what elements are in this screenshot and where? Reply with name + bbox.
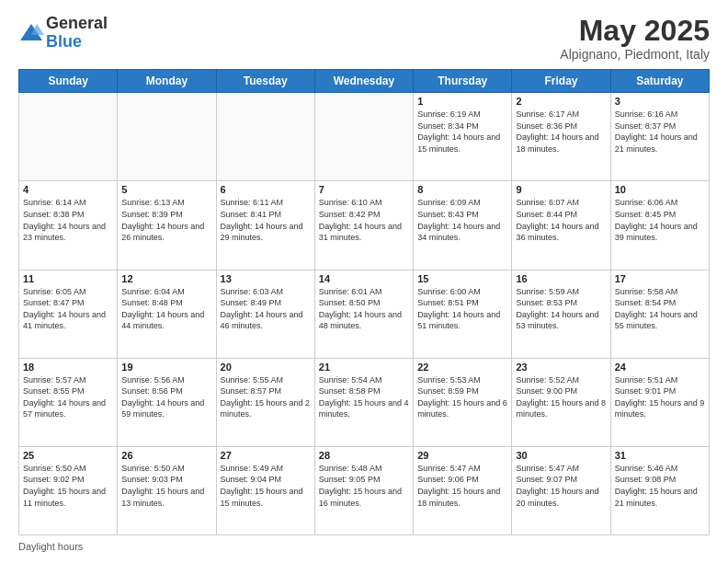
- day-info: Sunrise: 6:04 AM Sunset: 8:48 PM Dayligh…: [121, 286, 211, 332]
- day-info: Sunrise: 5:52 AM Sunset: 9:00 PM Dayligh…: [516, 374, 606, 420]
- calendar-cell: 11Sunrise: 6:05 AM Sunset: 8:47 PM Dayli…: [19, 270, 118, 358]
- calendar-cell: 1Sunrise: 6:19 AM Sunset: 8:34 PM Daylig…: [414, 93, 512, 181]
- calendar-cell: 5Sunrise: 6:13 AM Sunset: 8:39 PM Daylig…: [118, 181, 216, 270]
- calendar-cell: 6Sunrise: 6:11 AM Sunset: 8:41 PM Daylig…: [216, 181, 314, 270]
- day-info: Sunrise: 6:00 AM Sunset: 8:51 PM Dayligh…: [417, 286, 507, 332]
- day-header-tuesday: Tuesday: [216, 70, 314, 93]
- day-info: Sunrise: 5:46 AM Sunset: 9:08 PM Dayligh…: [615, 463, 705, 509]
- calendar-cell: 8Sunrise: 6:09 AM Sunset: 8:43 PM Daylig…: [414, 181, 512, 270]
- logo-general: General: [46, 15, 108, 33]
- page: General Blue May 2025 Alpignano, Piedmon…: [0, 0, 728, 563]
- day-number: 5: [121, 184, 211, 195]
- day-number: 30: [516, 450, 606, 461]
- day-number: 3: [615, 96, 705, 107]
- calendar-cell: 19Sunrise: 5:56 AM Sunset: 8:56 PM Dayli…: [118, 358, 216, 446]
- day-number: 7: [319, 184, 409, 195]
- calendar-cell: 2Sunrise: 6:17 AM Sunset: 8:36 PM Daylig…: [512, 93, 610, 181]
- calendar-cell: 30Sunrise: 5:47 AM Sunset: 9:07 PM Dayli…: [512, 446, 610, 534]
- calendar-cell: 24Sunrise: 5:51 AM Sunset: 9:01 PM Dayli…: [610, 358, 709, 446]
- subtitle: Alpignano, Piedmont, Italy: [560, 47, 710, 62]
- calendar-cell: 23Sunrise: 5:52 AM Sunset: 9:00 PM Dayli…: [512, 358, 610, 446]
- day-info: Sunrise: 5:58 AM Sunset: 8:54 PM Dayligh…: [615, 286, 705, 332]
- day-info: Sunrise: 6:05 AM Sunset: 8:47 PM Dayligh…: [23, 286, 113, 332]
- calendar-cell: 13Sunrise: 6:03 AM Sunset: 8:49 PM Dayli…: [216, 270, 314, 358]
- calendar-cell: 31Sunrise: 5:46 AM Sunset: 9:08 PM Dayli…: [610, 446, 709, 534]
- calendar-cell: [118, 93, 216, 181]
- day-info: Sunrise: 5:48 AM Sunset: 9:05 PM Dayligh…: [319, 463, 409, 509]
- calendar-table: SundayMondayTuesdayWednesdayThursdayFrid…: [18, 69, 710, 535]
- calendar-cell: 17Sunrise: 5:58 AM Sunset: 8:54 PM Dayli…: [610, 270, 709, 358]
- logo-icon: [18, 20, 44, 46]
- header: General Blue May 2025 Alpignano, Piedmon…: [18, 15, 710, 62]
- day-number: 4: [23, 184, 113, 195]
- day-info: Sunrise: 6:01 AM Sunset: 8:50 PM Dayligh…: [319, 286, 409, 332]
- day-header-thursday: Thursday: [414, 70, 512, 93]
- day-number: 2: [516, 96, 606, 107]
- day-header-saturday: Saturday: [610, 70, 709, 93]
- day-info: Sunrise: 5:54 AM Sunset: 8:58 PM Dayligh…: [319, 374, 409, 420]
- day-info: Sunrise: 6:03 AM Sunset: 8:49 PM Dayligh…: [221, 286, 311, 332]
- month-title: May 2025: [560, 15, 710, 47]
- day-number: 27: [221, 450, 311, 461]
- title-block: May 2025 Alpignano, Piedmont, Italy: [560, 15, 710, 62]
- week-row-5: 25Sunrise: 5:50 AM Sunset: 9:02 PM Dayli…: [19, 446, 710, 534]
- calendar-cell: 25Sunrise: 5:50 AM Sunset: 9:02 PM Dayli…: [19, 446, 118, 534]
- week-row-4: 18Sunrise: 5:57 AM Sunset: 8:55 PM Dayli…: [19, 358, 710, 446]
- day-info: Sunrise: 5:49 AM Sunset: 9:04 PM Dayligh…: [221, 463, 311, 509]
- calendar-cell: 12Sunrise: 6:04 AM Sunset: 8:48 PM Dayli…: [118, 270, 216, 358]
- day-number: 9: [516, 184, 606, 195]
- calendar-cell: 18Sunrise: 5:57 AM Sunset: 8:55 PM Dayli…: [19, 358, 118, 446]
- day-number: 25: [23, 450, 113, 461]
- day-info: Sunrise: 5:56 AM Sunset: 8:56 PM Dayligh…: [121, 374, 211, 420]
- day-number: 17: [615, 273, 705, 284]
- day-number: 23: [516, 362, 606, 373]
- day-number: 14: [319, 273, 409, 284]
- calendar-cell: 20Sunrise: 5:55 AM Sunset: 8:57 PM Dayli…: [216, 358, 314, 446]
- calendar-cell: 26Sunrise: 5:50 AM Sunset: 9:03 PM Dayli…: [118, 446, 216, 534]
- day-number: 21: [319, 362, 409, 373]
- day-number: 12: [121, 273, 211, 284]
- day-number: 24: [615, 362, 705, 373]
- day-number: 6: [221, 184, 311, 195]
- day-header-monday: Monday: [118, 70, 216, 93]
- week-row-2: 4Sunrise: 6:14 AM Sunset: 8:38 PM Daylig…: [19, 181, 710, 270]
- calendar-cell: 15Sunrise: 6:00 AM Sunset: 8:51 PM Dayli…: [414, 270, 512, 358]
- day-info: Sunrise: 5:53 AM Sunset: 8:59 PM Dayligh…: [417, 374, 507, 420]
- day-number: 31: [615, 450, 705, 461]
- day-number: 11: [23, 273, 113, 284]
- calendar-cell: [216, 93, 314, 181]
- day-header-friday: Friday: [512, 70, 610, 93]
- calendar-cell: 21Sunrise: 5:54 AM Sunset: 8:58 PM Dayli…: [314, 358, 413, 446]
- day-info: Sunrise: 6:10 AM Sunset: 8:42 PM Dayligh…: [319, 197, 409, 243]
- calendar-cell: 9Sunrise: 6:07 AM Sunset: 8:44 PM Daylig…: [512, 181, 610, 270]
- day-info: Sunrise: 6:11 AM Sunset: 8:41 PM Dayligh…: [221, 197, 311, 243]
- day-info: Sunrise: 6:07 AM Sunset: 8:44 PM Dayligh…: [516, 197, 606, 243]
- days-header-row: SundayMondayTuesdayWednesdayThursdayFrid…: [19, 70, 710, 93]
- day-header-sunday: Sunday: [19, 70, 118, 93]
- day-number: 26: [121, 450, 211, 461]
- day-info: Sunrise: 6:17 AM Sunset: 8:36 PM Dayligh…: [516, 109, 606, 155]
- day-info: Sunrise: 6:19 AM Sunset: 8:34 PM Dayligh…: [417, 109, 507, 155]
- day-number: 18: [23, 362, 113, 373]
- week-row-1: 1Sunrise: 6:19 AM Sunset: 8:34 PM Daylig…: [19, 93, 710, 181]
- day-number: 1: [417, 96, 507, 107]
- day-info: Sunrise: 5:47 AM Sunset: 9:07 PM Dayligh…: [516, 463, 606, 509]
- day-info: Sunrise: 6:13 AM Sunset: 8:39 PM Dayligh…: [121, 197, 211, 243]
- day-info: Sunrise: 5:51 AM Sunset: 9:01 PM Dayligh…: [615, 374, 705, 420]
- day-info: Sunrise: 5:55 AM Sunset: 8:57 PM Dayligh…: [221, 374, 311, 420]
- calendar-cell: 29Sunrise: 5:47 AM Sunset: 9:06 PM Dayli…: [414, 446, 512, 534]
- day-number: 13: [221, 273, 311, 284]
- calendar-cell: 3Sunrise: 6:16 AM Sunset: 8:37 PM Daylig…: [610, 93, 709, 181]
- day-info: Sunrise: 6:14 AM Sunset: 8:38 PM Dayligh…: [23, 197, 113, 243]
- calendar-cell: [314, 93, 413, 181]
- day-info: Sunrise: 5:47 AM Sunset: 9:06 PM Dayligh…: [417, 463, 507, 509]
- day-number: 10: [615, 184, 705, 195]
- calendar-cell: 14Sunrise: 6:01 AM Sunset: 8:50 PM Dayli…: [314, 270, 413, 358]
- logo: General Blue: [18, 15, 108, 52]
- day-number: 15: [417, 273, 507, 284]
- calendar-cell: 22Sunrise: 5:53 AM Sunset: 8:59 PM Dayli…: [414, 358, 512, 446]
- day-info: Sunrise: 6:16 AM Sunset: 8:37 PM Dayligh…: [615, 109, 705, 155]
- day-info: Sunrise: 6:06 AM Sunset: 8:45 PM Dayligh…: [615, 197, 705, 243]
- day-info: Sunrise: 5:50 AM Sunset: 9:02 PM Dayligh…: [23, 463, 113, 509]
- day-number: 16: [516, 273, 606, 284]
